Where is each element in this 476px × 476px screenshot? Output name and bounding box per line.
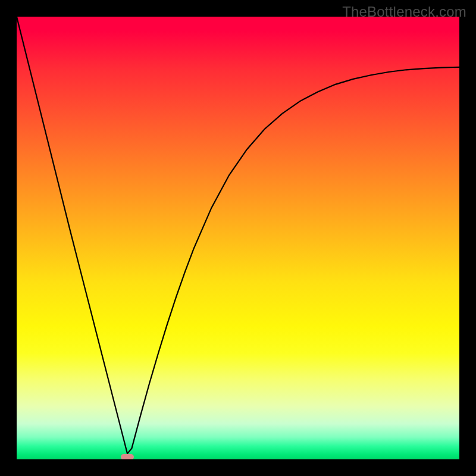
plot-area [17, 17, 459, 459]
bottleneck-curve [17, 17, 459, 453]
optimum-marker [121, 454, 134, 459]
watermark-text: TheBottleneck.com [342, 4, 466, 20]
curve-layer [17, 17, 459, 459]
chart-frame: TheBottleneck.com [0, 0, 476, 476]
